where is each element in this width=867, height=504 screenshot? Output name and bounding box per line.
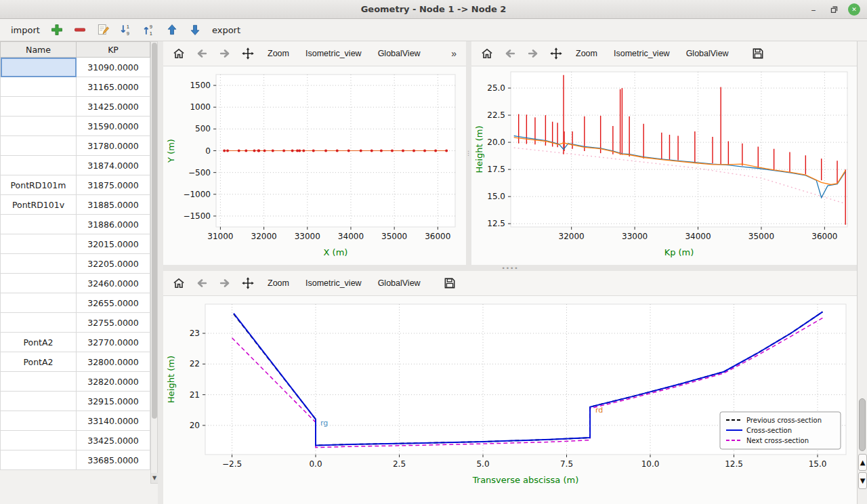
kp-cell[interactable]: 32205.0000: [77, 254, 150, 274]
save-figure-button[interactable]: [748, 45, 768, 62]
name-cell[interactable]: [1, 77, 77, 97]
kp-cell[interactable]: 32915.0000: [77, 392, 150, 411]
name-cell[interactable]: [1, 97, 77, 117]
kp-cell[interactable]: 32655.0000: [77, 293, 150, 313]
home-button[interactable]: [169, 274, 189, 292]
kp-cell[interactable]: 32015.0000: [77, 234, 150, 254]
isometric-view-button[interactable]: Isometric_view: [299, 275, 368, 291]
kp-cell[interactable]: 32770.0000: [77, 333, 150, 352]
table-scrollbar[interactable]: ▼: [150, 41, 158, 484]
svg-text:15.0: 15.0: [809, 459, 827, 469]
minimize-button[interactable]: –: [807, 3, 820, 16]
name-cell[interactable]: [1, 117, 77, 136]
close-button[interactable]: ✕: [848, 3, 860, 16]
import-button[interactable]: import: [8, 24, 43, 37]
remove-row-button[interactable]: [71, 21, 89, 39]
name-cell[interactable]: [1, 450, 77, 470]
kp-cell[interactable]: 31425.0000: [77, 97, 150, 117]
sort-ascending-button[interactable]: 91: [140, 21, 158, 39]
back-button[interactable]: [192, 45, 212, 62]
name-cell[interactable]: PontRD101m: [1, 175, 77, 195]
sort-descending-button[interactable]: 19: [117, 21, 135, 39]
kp-cell[interactable]: 31165.0000: [77, 77, 150, 97]
pan-icon: [241, 276, 255, 290]
name-cell[interactable]: PontA2: [1, 352, 77, 372]
name-cell[interactable]: [1, 392, 77, 411]
table-scrollbar-thumb[interactable]: [152, 43, 157, 419]
save-figure-button[interactable]: [440, 274, 460, 292]
back-button[interactable]: [500, 45, 520, 62]
name-cell[interactable]: PontA2: [1, 333, 77, 352]
global-view-button[interactable]: GlobalView: [679, 45, 736, 62]
zoom-button[interactable]: Zoom: [261, 275, 296, 291]
vertical-splitter[interactable]: ⋮: [466, 41, 471, 265]
sort-ascending-icon: 91: [142, 23, 156, 37]
kp-cell[interactable]: 31886.0000: [77, 215, 150, 234]
kp-cell[interactable]: 32820.0000: [77, 372, 150, 392]
name-cell[interactable]: [1, 274, 77, 293]
kp-cell[interactable]: 32800.0000: [77, 352, 150, 372]
cross-section-chart[interactable]: −2.50.02.55.07.510.012.515.020212223Tran…: [163, 296, 857, 492]
name-cell[interactable]: [1, 411, 77, 431]
move-down-button[interactable]: [186, 21, 204, 39]
name-cell[interactable]: [1, 313, 77, 333]
pan-button[interactable]: [546, 45, 566, 62]
kp-cell[interactable]: 31874.0000: [77, 156, 150, 175]
svg-text:10.0: 10.0: [641, 459, 660, 469]
move-up-button[interactable]: [163, 21, 181, 39]
scroll-down-button[interactable]: ▼: [858, 472, 867, 489]
forward-button[interactable]: [215, 45, 235, 62]
table-scroll-down-button[interactable]: ▼: [151, 473, 158, 483]
kp-cell[interactable]: 31780.0000: [77, 136, 150, 156]
forward-button[interactable]: [215, 274, 235, 292]
edit-button[interactable]: [94, 21, 112, 39]
kp-cell[interactable]: 31875.0000: [77, 175, 150, 195]
back-button[interactable]: [192, 274, 212, 292]
global-view-button[interactable]: GlobalView: [371, 275, 427, 291]
restore-button[interactable]: [828, 3, 840, 16]
kp-cell[interactable]: 33425.0000: [77, 431, 150, 450]
kp-cell[interactable]: 33685.0000: [77, 450, 150, 470]
panel-splitter[interactable]: [158, 41, 163, 504]
zoom-button[interactable]: Zoom: [569, 45, 604, 62]
name-cell[interactable]: [1, 234, 77, 254]
kp-cell[interactable]: 32755.0000: [77, 313, 150, 333]
column-header-name[interactable]: Name: [1, 42, 77, 58]
kp-cell[interactable]: 32460.0000: [77, 274, 150, 293]
name-cell[interactable]: [1, 431, 77, 450]
vertical-scrollbar[interactable]: ▲ ▼: [857, 41, 867, 504]
isometric-view-button[interactable]: Isometric_view: [607, 45, 677, 62]
add-row-button[interactable]: [48, 21, 66, 39]
name-cell[interactable]: [1, 254, 77, 274]
name-cell[interactable]: [1, 372, 77, 392]
column-header-kp[interactable]: KP: [77, 42, 150, 58]
isometric-view-button[interactable]: Isometric_view: [299, 45, 368, 62]
scrollbar-thumb[interactable]: [859, 398, 866, 451]
kp-cell[interactable]: 33140.0000: [77, 411, 150, 431]
scroll-up-button[interactable]: ▲: [858, 454, 867, 471]
zoom-button[interactable]: Zoom: [261, 45, 296, 62]
toolbar-overflow-button[interactable]: »: [447, 46, 461, 61]
forward-button[interactable]: [523, 45, 543, 62]
name-cell[interactable]: [1, 215, 77, 234]
home-button[interactable]: [477, 45, 497, 62]
home-button[interactable]: [169, 45, 189, 62]
kp-cell[interactable]: 31590.0000: [77, 117, 150, 136]
kp-cell[interactable]: 31885.0000: [77, 195, 150, 215]
name-cell[interactable]: [1, 136, 77, 156]
name-cell[interactable]: [1, 156, 77, 175]
home-icon: [480, 47, 494, 60]
cross-section-panel: Zoom Isometric_view GlobalView −2.50.02.…: [163, 271, 857, 504]
name-cell[interactable]: [1, 293, 77, 313]
pan-button[interactable]: [238, 274, 258, 292]
horizontal-splitter[interactable]: ••••: [163, 265, 857, 271]
plan-view-chart[interactable]: 310003200033000340003500036000−1500−1000…: [163, 66, 466, 265]
global-view-button[interactable]: GlobalView: [371, 45, 427, 62]
profile-chart[interactable]: 320003300034000350003600012.515.017.520.…: [471, 66, 857, 265]
kp-cell[interactable]: 31090.0000: [77, 58, 150, 77]
export-button[interactable]: export: [209, 24, 243, 37]
name-cell[interactable]: [1, 58, 77, 77]
svg-text:9: 9: [127, 30, 129, 37]
pan-button[interactable]: [238, 45, 258, 62]
name-cell[interactable]: PontRD101v: [1, 195, 77, 215]
